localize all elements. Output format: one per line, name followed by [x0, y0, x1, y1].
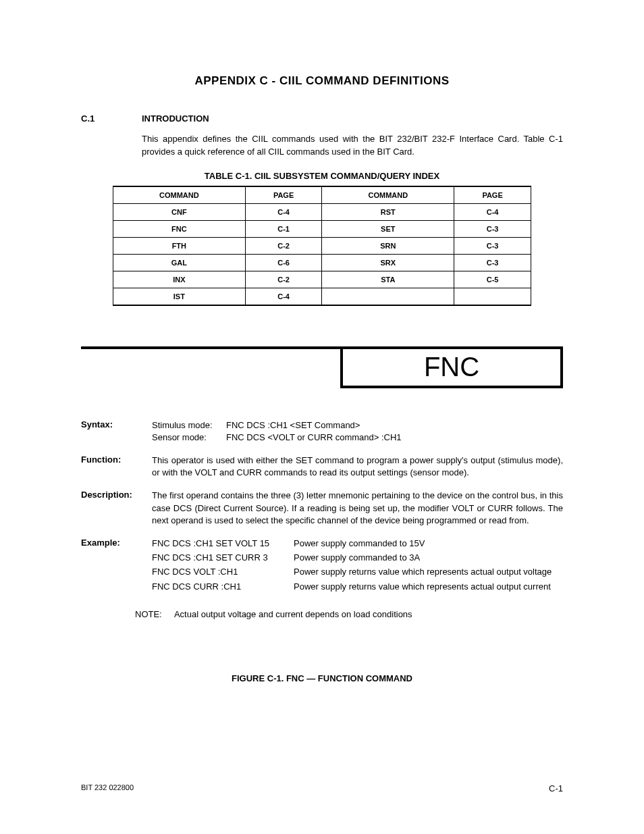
example-command: FNC DCS :CH1 SET CURR 3 [152, 552, 280, 564]
table-cell: SET [322, 220, 454, 237]
fnc-header-row: FNC [81, 346, 563, 388]
command-table: COMMAND PAGE COMMAND PAGE CNF C-4 RST C-… [113, 186, 531, 306]
syntax-body: Stimulus mode: FNC DCS :CH1 <SET Command… [152, 419, 563, 444]
table-cell: C-5 [454, 271, 531, 288]
description-body: The first operand contains the three (3)… [152, 490, 563, 527]
figure-caption: FIGURE C-1. FNC — FUNCTION COMMAND [81, 673, 563, 683]
function-body: This operator is used with either the SE… [152, 454, 563, 479]
table-cell: FTH [113, 237, 246, 254]
example-body: FNC DCS :CH1 SET VOLT 15 Power supply co… [152, 538, 563, 593]
page-footer: BIT 232 022800 C-1 [81, 783, 563, 793]
fnc-command-block: FNC Syntax: Stimulus mode: FNC DCS :CH1 … [81, 346, 563, 683]
table-cell: CNF [113, 203, 246, 220]
syntax-row: Syntax: Stimulus mode: FNC DCS :CH1 <SET… [81, 419, 563, 444]
table-header-cell: PAGE [245, 186, 322, 204]
example-row: Example: FNC DCS :CH1 SET VOLT 15 Power … [81, 538, 563, 593]
table-cell [322, 288, 454, 305]
function-label: Function: [81, 454, 138, 479]
footer-left: BIT 232 022800 [81, 783, 134, 793]
table-cell: C-1 [245, 220, 322, 237]
page-title: APPENDIX C - CIIL COMMAND DEFINITIONS [81, 74, 563, 88]
table-caption: TABLE C-1. CIIL SUBSYSTEM COMMAND/QUERY … [81, 171, 563, 181]
table-cell [454, 288, 531, 305]
table-row: FNC C-1 SET C-3 [113, 220, 531, 237]
table-cell: C-3 [454, 237, 531, 254]
syntax-value: FNC DCS :CH1 <SET Command> [226, 419, 360, 432]
table-cell: STA [322, 271, 454, 288]
section-heading: INTRODUCTION [142, 113, 209, 124]
syntax-mode-label: Stimulus mode: [152, 419, 226, 432]
section-heading-row: C.1 INTRODUCTION [81, 113, 563, 124]
note-text: Actual output voltage and current depend… [174, 609, 412, 619]
table-cell: C-3 [454, 254, 531, 271]
example-command: FNC DCS VOLT :CH1 [152, 566, 280, 578]
example-label: Example: [81, 538, 138, 593]
table-row: GAL C-6 SRX C-3 [113, 254, 531, 271]
note-label: NOTE: [135, 609, 172, 619]
syntax-label: Syntax: [81, 419, 138, 444]
intro-paragraph: This appendix defines the CIIL commands … [142, 133, 563, 159]
table-row: INX C-2 STA C-5 [113, 271, 531, 288]
table-cell: C-4 [454, 203, 531, 220]
table-cell: SRN [322, 237, 454, 254]
description-label: Description: [81, 490, 138, 527]
fnc-title-box: FNC [340, 346, 563, 388]
table-cell: C-4 [245, 288, 322, 305]
function-row: Function: This operator is used with eit… [81, 454, 563, 479]
table-row: FTH C-2 SRN C-3 [113, 237, 531, 254]
example-description: Power supply commanded to 3A [294, 552, 563, 564]
table-cell: GAL [113, 254, 246, 271]
note-row: NOTE: Actual output voltage and current … [135, 609, 563, 619]
example-command: FNC DCS :CH1 SET VOLT 15 [152, 538, 280, 550]
table-row: CNF C-4 RST C-4 [113, 203, 531, 220]
example-command: FNC DCS CURR :CH1 [152, 581, 280, 593]
description-row: Description: The first operand contains … [81, 490, 563, 527]
example-description: Power supply returns value which represe… [294, 581, 563, 593]
table-cell: SRX [322, 254, 454, 271]
table-cell: C-2 [245, 271, 322, 288]
table-cell: IST [113, 288, 246, 305]
table-cell: C-4 [245, 203, 322, 220]
page-number: C-1 [549, 783, 563, 793]
table-cell: INX [113, 271, 246, 288]
table-header-cell: COMMAND [322, 186, 454, 204]
table-cell: RST [322, 203, 454, 220]
table-header-cell: COMMAND [113, 186, 246, 204]
table-header-row: COMMAND PAGE COMMAND PAGE [113, 186, 531, 204]
fnc-divider-bar [81, 346, 340, 388]
section-number: C.1 [81, 113, 115, 124]
table-cell: FNC [113, 220, 246, 237]
example-description: Power supply returns value which represe… [294, 566, 563, 578]
example-description: Power supply commanded to 15V [294, 538, 563, 550]
table-row: IST C-4 [113, 288, 531, 305]
table-cell: C-6 [245, 254, 322, 271]
syntax-mode-label: Sensor mode: [152, 432, 226, 444]
syntax-value: FNC DCS <VOLT or CURR command> :CH1 [226, 432, 402, 444]
table-header-cell: PAGE [454, 186, 531, 204]
table-cell: C-2 [245, 237, 322, 254]
table-cell: C-3 [454, 220, 531, 237]
